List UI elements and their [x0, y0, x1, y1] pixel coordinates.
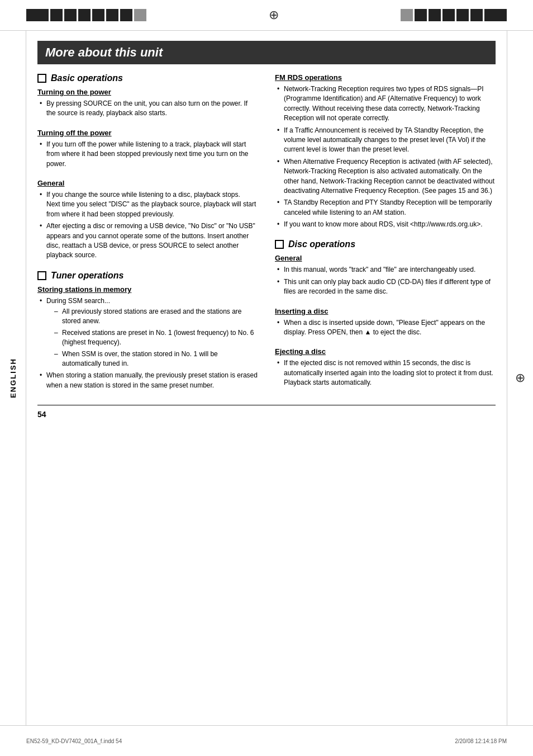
turning-on-list: By pressing SOURCE on the unit, you can …	[37, 99, 258, 119]
section-icon	[37, 271, 46, 280]
turning-on-power-block: Turning on the power By pressing SOURCE …	[37, 88, 258, 119]
list-item-text: After ejecting a disc or removing a USB …	[46, 222, 255, 259]
tuner-operations-title: Tuner operations	[51, 271, 123, 281]
inserting-disc-heading: Inserting a disc	[275, 307, 496, 315]
black-bar	[26, 9, 49, 21]
list-item-text: If you want to know more about RDS, visi…	[284, 220, 483, 228]
inserting-disc-block: Inserting a disc When a disc is inserted…	[275, 307, 496, 338]
page-title: More about this unit	[37, 41, 496, 64]
language-label: ENGLISH	[9, 358, 17, 398]
black-bar	[92, 9, 104, 21]
list-item: This unit can only play back audio CD (C…	[275, 277, 496, 297]
black-bar	[470, 9, 483, 21]
general-heading: General	[37, 179, 258, 187]
list-item-text: Network-Tracking Reception requires two …	[284, 85, 484, 122]
sub-item-text: When SSM is over, the station stored in …	[62, 350, 218, 367]
footer-filename: EN52-59_KD-DV7402_001A_f.indd 54	[26, 738, 122, 744]
list-item: When a disc is inserted upside down, "Pl…	[275, 318, 496, 338]
turning-off-list: If you turn off the power while listenin…	[37, 140, 258, 169]
list-item-text: If a Traffic Announcement is received by…	[284, 126, 486, 154]
page-number-area: 54	[37, 410, 496, 419]
black-bar	[50, 9, 63, 21]
list-item: In this manual, words "track" and "file"…	[275, 265, 496, 275]
fm-rds-section: FM RDS operations Network-Tracking Recep…	[275, 73, 496, 229]
turning-on-heading: Turning on the power	[37, 88, 258, 96]
disc-general-heading: General	[275, 254, 496, 262]
storing-stations-heading: Storing stations in memory	[37, 285, 258, 294]
black-bar	[134, 9, 146, 21]
sub-list-item: When SSM is over, the station stored in …	[54, 349, 258, 369]
fm-rds-list: Network-Tracking Reception requires two …	[275, 84, 496, 229]
black-bar	[106, 9, 118, 21]
black-bar	[484, 9, 507, 21]
list-item-text: In this manual, words "track" and "file"…	[284, 266, 475, 273]
disc-operations-section: Disc operations General In this manual, …	[275, 239, 496, 388]
ejecting-disc-block: Ejecting a disc If the ejected disc is n…	[275, 347, 496, 388]
sub-list-item: Received stations are preset in No. 1 (l…	[54, 328, 258, 348]
general-list: If you change the source while listening…	[37, 190, 258, 261]
list-item: TA Standby Reception and PTY Standby Rec…	[275, 198, 496, 218]
disc-general-list: In this manual, words "track" and "file"…	[275, 265, 496, 296]
basic-operations-title: Basic operations	[51, 73, 123, 83]
two-column-layout: Basic operations Turning on the power By…	[37, 73, 496, 400]
page-wrapper: ENGLISH ⊕ More about this unit Basic ope…	[0, 0, 533, 756]
turning-off-heading: Turning off the power	[37, 129, 258, 137]
basic-operations-section: Basic operations Turning on the power By…	[37, 73, 258, 261]
top-bars-right	[401, 9, 507, 21]
tuner-operations-header: Tuner operations	[37, 271, 258, 281]
crosshair-right-icon: ⊕	[515, 371, 525, 385]
storing-stations-list: During SSM search... All previously stor…	[37, 296, 258, 391]
list-item-text: By pressing SOURCE on the unit, you can …	[46, 100, 248, 117]
section-icon	[37, 74, 46, 83]
black-bar	[120, 9, 132, 21]
list-item: Network-Tracking Reception requires two …	[275, 84, 496, 124]
list-item-text: If the ejected disc is not removed withi…	[284, 359, 493, 386]
list-item-text: If you change the source while listening…	[46, 191, 256, 218]
list-item-text: TA Standby Reception and PTY Standby Rec…	[284, 199, 492, 216]
left-column: Basic operations Turning on the power By…	[37, 73, 258, 400]
sub-item-text: Received stations are preset in No. 1 (l…	[62, 329, 254, 346]
list-item-text: When Alternative Frequency Reception is …	[284, 158, 494, 195]
crosshair-icon	[265, 7, 282, 23]
list-item-text: When storing a station manually, the pre…	[46, 371, 258, 389]
fm-rds-heading: FM RDS operations	[275, 73, 496, 82]
list-item: By pressing SOURCE on the unit, you can …	[37, 99, 258, 119]
list-item-text: If you turn off the power while listenin…	[46, 140, 249, 168]
list-item: If you change the source while listening…	[37, 190, 258, 219]
section-icon	[275, 240, 284, 249]
list-item-text: During SSM search...	[46, 297, 110, 305]
ejecting-disc-list: If the ejected disc is not removed withi…	[275, 358, 496, 388]
list-item: During SSM search... All previously stor…	[37, 296, 258, 369]
left-margin: ENGLISH	[0, 31, 26, 725]
ssm-sub-list: All previously stored stations are erase…	[46, 307, 258, 368]
list-item: When Alternative Frequency Reception is …	[275, 157, 496, 196]
general-block: General If you change the source while l…	[37, 179, 258, 261]
tuner-operations-section: Tuner operations Storing stations in mem…	[37, 271, 258, 391]
black-bar	[64, 9, 77, 21]
list-item: When storing a station manually, the pre…	[37, 371, 258, 390]
list-item: If the ejected disc is not removed withi…	[275, 358, 496, 388]
sub-item-text: All previously stored stations are erase…	[62, 308, 242, 325]
list-item: After ejecting a disc or removing a USB …	[37, 221, 258, 261]
top-bar	[0, 0, 533, 31]
basic-operations-header: Basic operations	[37, 73, 258, 83]
top-bars-left	[26, 9, 146, 21]
black-bar	[415, 9, 427, 21]
right-column: FM RDS operations Network-Tracking Recep…	[275, 73, 496, 400]
black-bar	[442, 9, 455, 21]
page-number: 54	[37, 410, 46, 419]
sub-list-item: All previously stored stations are erase…	[54, 307, 258, 327]
disc-operations-title: Disc operations	[288, 239, 355, 249]
ejecting-disc-heading: Ejecting a disc	[275, 347, 496, 356]
right-margin: ⊕	[507, 31, 533, 725]
main-content: More about this unit Basic operations Tu…	[26, 31, 507, 725]
black-bar	[78, 9, 91, 21]
black-bar	[401, 9, 413, 21]
bottom-bar: EN52-59_KD-DV7402_001A_f.indd 54 2/20/08…	[0, 725, 533, 756]
list-item: If a Traffic Announcement is received by…	[275, 126, 496, 155]
footer-timestamp: 2/20/08 12:14:18 PM	[455, 738, 507, 744]
inserting-disc-list: When a disc is inserted upside down, "Pl…	[275, 318, 496, 338]
disc-general-block: General In this manual, words "track" an…	[275, 254, 496, 296]
black-bar	[429, 9, 441, 21]
list-item: If you want to know more about RDS, visi…	[275, 220, 496, 229]
